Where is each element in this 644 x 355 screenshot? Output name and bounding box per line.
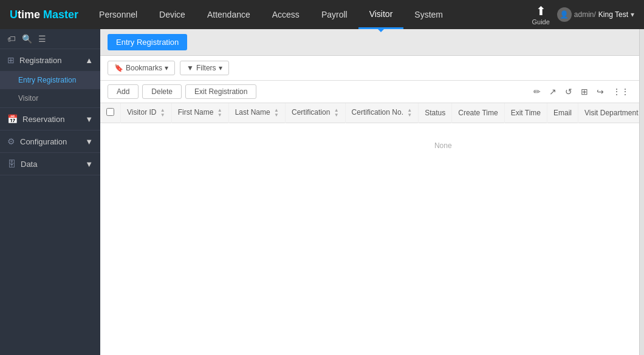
guide-icon: ⬆ xyxy=(536,4,546,18)
right-scrollbar[interactable] xyxy=(639,29,644,355)
user-info[interactable]: 👤 admin/King Test ▾ xyxy=(557,7,634,22)
columns-icon[interactable]: ⊞ xyxy=(578,86,591,98)
bookmark-icon: 🔖 xyxy=(114,64,123,72)
bookmarks-dropdown-icon: ▾ xyxy=(165,64,168,72)
entry-registration-tab[interactable]: Entry Registration xyxy=(108,34,187,50)
top-navigation: Utime Master Personnel Device Attendance… xyxy=(0,0,644,29)
sidebar-item-visitor[interactable]: Visitor xyxy=(0,89,100,107)
col-email[interactable]: Email xyxy=(547,103,578,123)
sidebar-section-reservation: 📅 Reservation ▼ xyxy=(0,108,100,130)
grid-icon: ⊞ xyxy=(7,55,15,65)
col-exit-time[interactable]: Exit Time xyxy=(504,103,547,123)
settings-icon: ⚙ xyxy=(7,137,15,146)
chevron-down-icon: ▼ xyxy=(85,115,93,124)
chevron-icon: ▲ xyxy=(85,56,93,65)
sidebar-section-data: 🗄 Data ▼ xyxy=(0,153,100,175)
chevron-down-icon3: ▼ xyxy=(85,160,93,169)
sort-first-name[interactable]: ▲▼ xyxy=(218,108,222,118)
logo-time: time xyxy=(18,8,40,21)
sort-last-name[interactable]: ▲▼ xyxy=(274,108,279,118)
nav-right: ⬆ Guide 👤 admin/King Test ▾ xyxy=(522,4,644,25)
sidebar-toolbar: 🏷 🔍 ☰ xyxy=(0,29,100,49)
select-all-checkbox[interactable] xyxy=(106,108,114,116)
add-button[interactable]: Add xyxy=(108,84,139,99)
nav-item-personnel[interactable]: Personnel xyxy=(88,0,148,29)
table-container: Visitor ID ▲▼ First Name ▲▼ Last Name ▲▼ xyxy=(100,103,639,355)
database-icon: 🗄 xyxy=(7,159,16,169)
share-icon[interactable]: ↪ xyxy=(594,86,606,98)
logo-u: U xyxy=(10,8,18,21)
nav-item-visitor[interactable]: Visitor xyxy=(358,0,404,29)
sidebar-section-configuration-label: Configuration xyxy=(20,137,67,146)
col-visitor-id[interactable]: Visitor ID ▲▼ xyxy=(121,103,172,123)
avatar: 👤 xyxy=(557,7,572,22)
sidebar-section-reservation-header[interactable]: 📅 Reservation ▼ xyxy=(0,108,100,130)
sort-certification[interactable]: ▲▼ xyxy=(334,108,339,118)
guide-button[interactable]: ⬆ Guide xyxy=(532,4,549,25)
tag-icon[interactable]: 🏷 xyxy=(7,34,16,44)
sidebar-section-configuration-header[interactable]: ⚙ Configuration ▼ xyxy=(0,130,100,152)
nav-item-payroll[interactable]: Payroll xyxy=(310,0,358,29)
empty-row: None xyxy=(100,123,639,169)
guide-label: Guide xyxy=(532,18,549,25)
search-icon[interactable]: 🔍 xyxy=(22,34,32,44)
empty-text: None xyxy=(100,123,639,169)
sidebar-item-entry-registration[interactable]: Entry Registration xyxy=(0,71,100,89)
sidebar-section-registration: ⊞ Registration ▲ Entry Registration Visi… xyxy=(0,49,100,108)
main-layout: 🏷 🔍 ☰ ⊞ Registration ▲ Entry Registratio… xyxy=(0,29,644,355)
col-last-name[interactable]: Last Name ▲▼ xyxy=(228,103,285,123)
sidebar-section-reservation-label: Reservation xyxy=(22,115,64,124)
filters-dropdown-icon: ▾ xyxy=(219,64,222,72)
chevron-down-icon: ▾ xyxy=(631,10,634,19)
checkbox-header[interactable] xyxy=(100,103,121,123)
action-left: Add Delete Exit Registration xyxy=(108,84,256,99)
refresh-icon[interactable]: ↺ xyxy=(563,86,575,98)
col-first-name[interactable]: First Name ▲▼ xyxy=(171,103,228,123)
settings-icon[interactable]: ⋮⋮ xyxy=(610,86,632,98)
chevron-down-icon2: ▼ xyxy=(85,137,93,146)
sidebar-section-data-label: Data xyxy=(21,160,37,169)
bookmarks-button[interactable]: 🔖 Bookmarks ▾ xyxy=(108,61,175,75)
sidebar: 🏷 🔍 ☰ ⊞ Registration ▲ Entry Registratio… xyxy=(0,29,100,355)
nav-item-device[interactable]: Device xyxy=(148,0,196,29)
action-row: Add Delete Exit Registration ✏ ↗ ↺ ⊞ ↪ ⋮… xyxy=(100,81,639,103)
nav-item-attendance[interactable]: Attendance xyxy=(196,0,261,29)
action-right: ✏ ↗ ↺ ⊞ ↪ ⋮⋮ xyxy=(531,86,632,98)
toolbar-row: 🔖 Bookmarks ▾ ▼ Filters ▾ xyxy=(100,56,639,81)
sort-visitor-id[interactable]: ▲▼ xyxy=(160,108,165,118)
expand-icon[interactable]: ↗ xyxy=(547,86,559,98)
user-prefix: admin/ xyxy=(574,10,596,19)
main-content: Entry Registration 🔖 Bookmarks ▾ ▼ Filte… xyxy=(100,29,639,355)
exit-registration-button[interactable]: Exit Registration xyxy=(185,84,256,99)
filter-icon: ▼ xyxy=(187,64,194,72)
nav-items: Personnel Device Attendance Access Payro… xyxy=(88,0,522,29)
filters-label: Filters xyxy=(196,64,216,72)
sidebar-section-configuration: ⚙ Configuration ▼ xyxy=(0,130,100,153)
sidebar-sub-items-registration: Entry Registration Visitor xyxy=(0,71,100,107)
edit-icon[interactable]: ✏ xyxy=(531,86,543,98)
sidebar-section-registration-label: Registration xyxy=(19,56,61,65)
calendar-icon: 📅 xyxy=(7,114,18,124)
app-logo[interactable]: Utime Master xyxy=(0,0,88,29)
col-create-time[interactable]: Create Time xyxy=(452,103,504,123)
list-icon[interactable]: ☰ xyxy=(38,34,46,44)
nav-item-system[interactable]: System xyxy=(403,0,454,29)
col-certification-no[interactable]: Certification No. ▲▼ xyxy=(345,103,419,123)
bookmarks-label: Bookmarks xyxy=(126,64,162,72)
nav-item-access[interactable]: Access xyxy=(261,0,310,29)
username: King Test xyxy=(598,10,628,19)
col-visit-department[interactable]: Visit Department xyxy=(578,103,639,123)
sort-certification-no[interactable]: ▲▼ xyxy=(407,108,412,118)
col-status[interactable]: Status xyxy=(419,103,452,123)
delete-button[interactable]: Delete xyxy=(142,84,182,99)
content-header: Entry Registration xyxy=(100,29,639,56)
table-header-row: Visitor ID ▲▼ First Name ▲▼ Last Name ▲▼ xyxy=(100,103,639,123)
sidebar-section-data-header[interactable]: 🗄 Data ▼ xyxy=(0,153,100,175)
data-table: Visitor ID ▲▼ First Name ▲▼ Last Name ▲▼ xyxy=(100,103,639,168)
col-certification[interactable]: Certification ▲▼ xyxy=(285,103,345,123)
sidebar-section-registration-header[interactable]: ⊞ Registration ▲ xyxy=(0,49,100,71)
logo-master: Master xyxy=(43,8,78,21)
filters-button[interactable]: ▼ Filters ▾ xyxy=(180,61,229,75)
